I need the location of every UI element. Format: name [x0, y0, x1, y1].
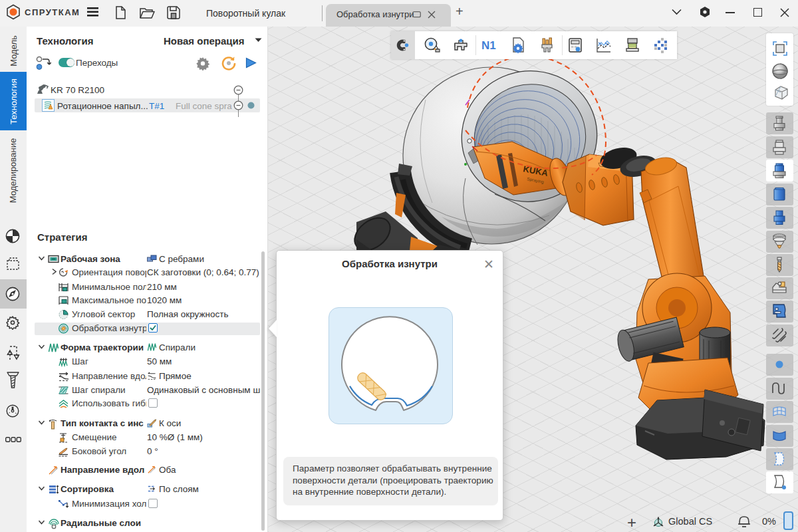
- svg-text:N1: N1: [481, 39, 496, 52]
